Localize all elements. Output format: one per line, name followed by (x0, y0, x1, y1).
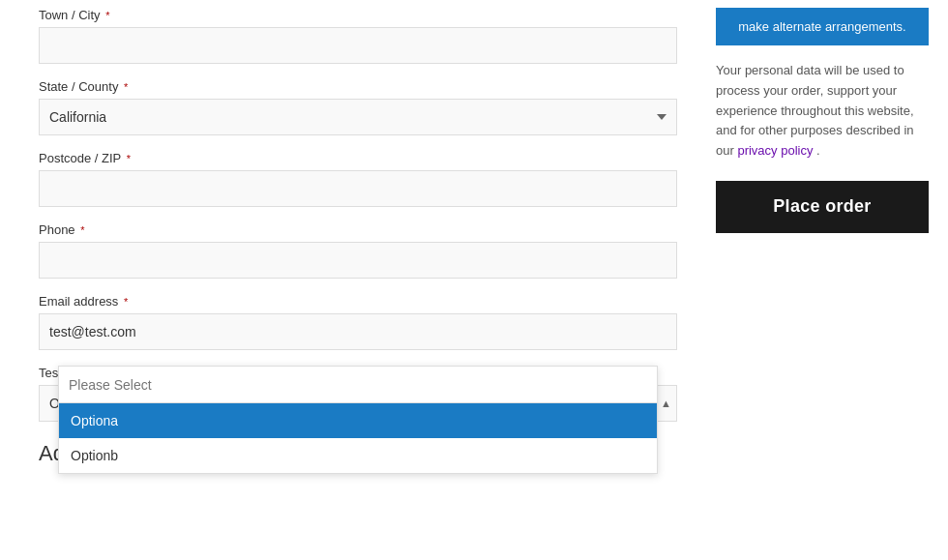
phone-label: Phone * (39, 222, 677, 237)
postcode-zip-label-text: Postcode / ZIP (39, 151, 121, 165)
dropdown-option-optionb[interactable]: Optionb (59, 438, 657, 473)
phone-required: * (80, 224, 84, 236)
town-city-required: * (105, 10, 109, 21)
email-label-text: Email address (39, 294, 118, 309)
postcode-zip-required: * (127, 153, 131, 164)
chevron-up-icon: ▲ (661, 398, 671, 409)
info-banner: make alternate arrangements. (716, 8, 929, 45)
postcode-zip-label: Postcode / ZIP * (39, 151, 677, 165)
dropdown-option-optiona-label: Optiona (71, 413, 118, 428)
phone-label-text: Phone (39, 222, 75, 237)
privacy-link-text: privacy policy (737, 143, 813, 158)
town-city-label-text: Town / City (39, 8, 101, 22)
banner-text: make alternate arrangements. (738, 19, 905, 34)
state-county-required: * (124, 81, 128, 93)
privacy-policy-link[interactable]: privacy policy (737, 143, 816, 158)
phone-group: Phone * (39, 222, 677, 279)
dropdown-option-optiona[interactable]: Optiona (59, 403, 657, 438)
phone-input[interactable] (39, 242, 677, 279)
state-county-label-text: State / County (39, 79, 118, 94)
town-city-label: Town / City * (39, 8, 677, 22)
email-required: * (124, 296, 128, 308)
dropdown-overlay: Optiona Optionb (58, 366, 658, 474)
town-city-group: Town / City * (39, 8, 677, 64)
privacy-text: Your personal data will be used to proce… (716, 61, 929, 162)
town-city-input[interactable] (39, 27, 677, 64)
place-order-label: Place order (773, 196, 871, 216)
email-input[interactable] (39, 313, 677, 350)
dropdown-option-optionb-label: Optionb (71, 448, 118, 463)
dropdown-search-input[interactable] (59, 367, 657, 403)
state-county-select[interactable]: California New York Texas Florida (39, 99, 677, 135)
postcode-zip-input[interactable] (39, 170, 677, 207)
email-label: Email address * (39, 294, 677, 309)
state-county-label: State / County * (39, 79, 677, 94)
email-group: Email address * (39, 294, 677, 350)
state-county-group: State / County * California New York Tex… (39, 79, 677, 135)
right-panel: make alternate arrangements. Your person… (696, 8, 948, 560)
place-order-button[interactable]: Place order (716, 181, 929, 233)
postcode-zip-group: Postcode / ZIP * (39, 151, 677, 207)
